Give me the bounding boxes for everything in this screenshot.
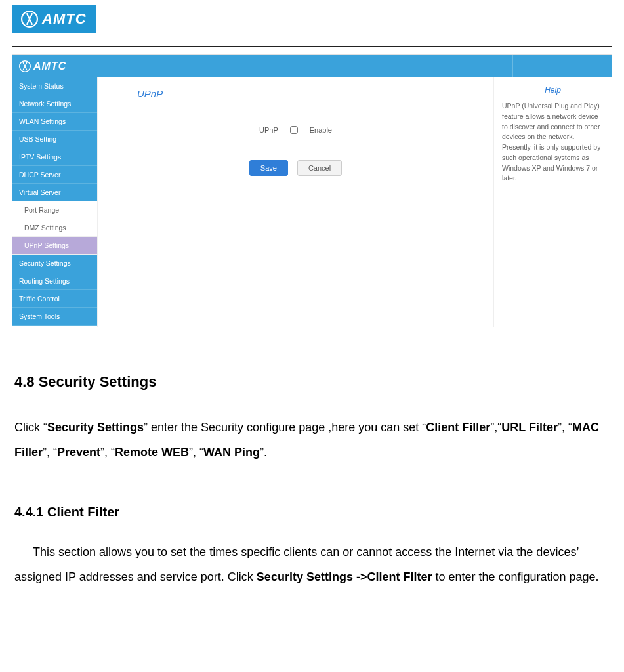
brand-glyph-icon: [21, 10, 38, 28]
help-text: UPnP (Universal Plug and Play) feature a…: [502, 101, 604, 184]
upnp-row: UPnP Enable: [111, 126, 480, 134]
sidebar-item-triffic-control[interactable]: Triffic Control: [12, 290, 97, 308]
document-text: 4.8 Security Settings Click “Security Se…: [14, 367, 610, 589]
section-4-8-paragraph: Click “Security Settings” enter the Secu…: [14, 415, 610, 465]
sidebar: System StatusNetwork SettingsWLAN Settin…: [12, 77, 98, 327]
ss-header-right: [513, 55, 612, 77]
sidebar-item-port-range[interactable]: Port Range: [12, 201, 97, 219]
sidebar-item-wlan-settings[interactable]: WLAN Settings: [12, 113, 97, 131]
ss-header-mid: [222, 55, 513, 77]
section-heading-4-8: 4.8 Security Settings: [14, 367, 610, 397]
sidebar-item-usb-setting[interactable]: USB Setting: [12, 131, 97, 148]
sidebar-item-network-settings[interactable]: Network Settings: [12, 95, 97, 113]
brand-text: AMTC: [42, 10, 87, 28]
ss-brand: AMTC: [19, 60, 66, 72]
ss-brand-text: AMTC: [33, 60, 66, 72]
router-ui-screenshot: AMTC System StatusNetwork SettingsWLAN S…: [12, 54, 612, 327]
sidebar-item-dmz-settings[interactable]: DMZ Settings: [12, 219, 97, 237]
sidebar-item-system-status[interactable]: System Status: [12, 77, 97, 95]
button-row: Save Cancel: [111, 160, 480, 176]
sidebar-item-iptv-settings[interactable]: IPTV Settings: [12, 148, 97, 166]
section-4-4-1-paragraph: This section allows you to set the times…: [14, 540, 610, 590]
ss-header: AMTC: [12, 55, 612, 77]
panel-title: UPnP: [111, 84, 480, 106]
brand-logo: AMTC: [12, 5, 96, 33]
save-button[interactable]: Save: [249, 160, 288, 176]
sidebar-item-virtual-server[interactable]: Virtual Server: [12, 184, 97, 201]
section-heading-4-4-1: 4.4.1 Client Filter: [14, 498, 610, 526]
sidebar-item-upnp-settings[interactable]: UPnP Settings: [12, 237, 97, 255]
sidebar-item-routing-settings[interactable]: Routing Settings: [12, 272, 97, 290]
divider: [12, 46, 612, 47]
upnp-enable-checkbox[interactable]: [290, 126, 298, 134]
sidebar-item-security-settings[interactable]: Security Settings: [12, 255, 97, 272]
brand-glyph-icon: [19, 60, 31, 72]
help-title: Help: [502, 84, 604, 96]
upnp-enable-label: Enable: [310, 126, 332, 134]
sidebar-item-system-tools[interactable]: System Tools: [12, 308, 97, 326]
ss-logo-cell: AMTC: [12, 55, 222, 77]
help-panel: Help UPnP (Universal Plug and Play) feat…: [493, 77, 612, 327]
ss-body: System StatusNetwork SettingsWLAN Settin…: [12, 77, 612, 327]
sidebar-item-dhcp-server[interactable]: DHCP Server: [12, 166, 97, 184]
upnp-label: UPnP: [259, 126, 278, 134]
cancel-button[interactable]: Cancel: [297, 160, 342, 176]
main-panel: UPnP UPnP Enable Save Cancel: [98, 77, 493, 327]
